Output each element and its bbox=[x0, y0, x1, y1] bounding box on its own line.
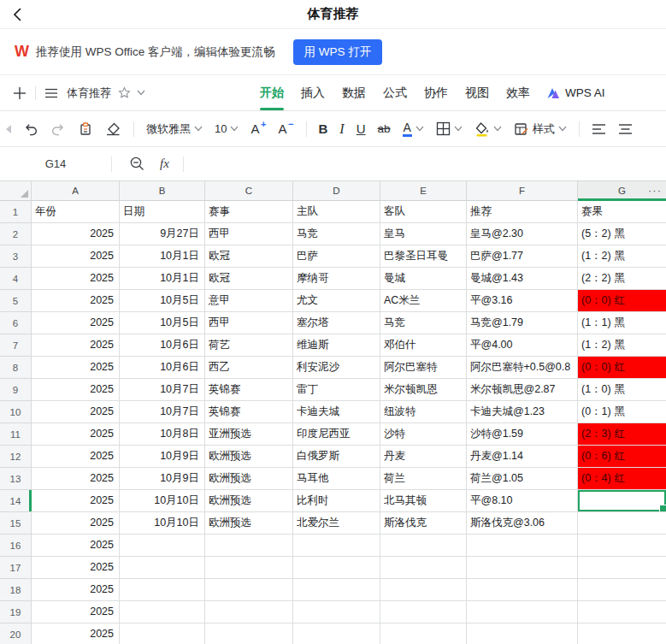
cell-home-team[interactable] bbox=[293, 535, 380, 557]
cell-year[interactable]: 年份 bbox=[32, 201, 120, 223]
column-header[interactable]: E bbox=[380, 181, 467, 200]
cell-event[interactable]: 西乙 bbox=[205, 357, 293, 379]
cell-away-team[interactable]: 马竞 bbox=[380, 312, 467, 334]
cell-result[interactable] bbox=[578, 490, 666, 512]
cell-year[interactable]: 2025 bbox=[32, 446, 120, 468]
row-header[interactable]: 2 bbox=[0, 223, 32, 245]
cell-date[interactable] bbox=[120, 535, 205, 557]
cell-event[interactable]: 欧冠 bbox=[205, 268, 293, 290]
cell-away-team[interactable]: 米尔顿凯恩 bbox=[380, 379, 467, 401]
cell-away-team[interactable]: 邓伯什 bbox=[380, 334, 467, 357]
cell-year[interactable]: 2025 bbox=[32, 245, 120, 268]
cell-event[interactable] bbox=[205, 579, 293, 601]
row-header[interactable]: 19 bbox=[0, 601, 32, 623]
cell-result[interactable] bbox=[578, 579, 666, 601]
cell-date[interactable]: 10月10日 bbox=[120, 490, 205, 512]
cell-year[interactable]: 2025 bbox=[32, 490, 120, 512]
decrease-font-button[interactable]: A− bbox=[278, 121, 293, 136]
cell-event[interactable] bbox=[205, 535, 293, 557]
cell-away-team[interactable] bbox=[380, 579, 467, 601]
cell-year[interactable]: 2025 bbox=[32, 379, 120, 401]
cell-away-team[interactable]: AC米兰 bbox=[380, 290, 467, 312]
cell-event[interactable]: 英锦赛 bbox=[205, 379, 293, 401]
row-header[interactable]: 3 bbox=[0, 245, 32, 268]
cell-date[interactable]: 10月8日 bbox=[120, 423, 205, 446]
tab-2[interactable]: 插入 bbox=[300, 75, 326, 110]
cell-home-team[interactable]: 摩纳哥 bbox=[293, 268, 380, 290]
row-header[interactable]: 5 bbox=[0, 290, 32, 312]
cell-result[interactable]: (2：3) 红 bbox=[578, 423, 666, 446]
cell-year[interactable]: 2025 bbox=[32, 468, 120, 490]
column-header[interactable]: A bbox=[32, 181, 120, 200]
cell-result[interactable] bbox=[578, 623, 666, 644]
cell-result[interactable]: (0：4) 红 bbox=[578, 468, 666, 490]
cell-tip[interactable]: 推荐 bbox=[467, 201, 578, 223]
align-left-button[interactable] bbox=[592, 122, 606, 136]
row-header[interactable]: 16 bbox=[0, 535, 32, 557]
cell-tip[interactable]: 曼城@1.43 bbox=[467, 268, 578, 290]
cell-result[interactable]: 赛果 bbox=[578, 201, 666, 223]
cell-away-team[interactable]: 巴黎圣日耳曼 bbox=[380, 245, 467, 268]
cell-result[interactable]: (0：1) 黑 bbox=[578, 401, 666, 423]
cell-tip[interactable] bbox=[467, 579, 578, 601]
cell-result[interactable]: (0：6) 红 bbox=[578, 446, 666, 468]
cell-year[interactable]: 2025 bbox=[32, 535, 120, 557]
cell-result[interactable]: (1：0) 黑 bbox=[578, 379, 666, 401]
cell-year[interactable]: 2025 bbox=[32, 223, 120, 245]
cell-tip[interactable]: 沙特@1.59 bbox=[467, 423, 578, 446]
cell-event[interactable]: 意甲 bbox=[205, 290, 293, 312]
cell-result[interactable]: (1：1) 黑 bbox=[578, 312, 666, 334]
cell-year[interactable]: 2025 bbox=[32, 557, 120, 579]
row-header[interactable]: 20 bbox=[0, 623, 32, 644]
open-in-wps-button[interactable]: 用 WPS 打开 bbox=[293, 39, 383, 65]
row-header[interactable]: 6 bbox=[0, 312, 32, 334]
cell-date[interactable]: 日期 bbox=[120, 201, 205, 223]
chevron-down-icon[interactable] bbox=[137, 90, 145, 96]
row-header[interactable]: 14 bbox=[0, 490, 32, 512]
cell-tip[interactable] bbox=[467, 557, 578, 579]
cell-home-team[interactable]: 印度尼西亚 bbox=[293, 423, 380, 446]
cell-home-team[interactable]: 马耳他 bbox=[293, 468, 380, 490]
cell-date[interactable]: 10月1日 bbox=[120, 268, 205, 290]
cell-event[interactable]: 赛事 bbox=[205, 201, 293, 223]
column-more-button[interactable]: ··· bbox=[648, 181, 662, 201]
cell-tip[interactable]: 斯洛伐克@3.06 bbox=[467, 512, 578, 535]
cell-home-team[interactable]: 雷丁 bbox=[293, 379, 380, 401]
cell-away-team[interactable]: 皇马 bbox=[380, 223, 467, 245]
row-header[interactable]: 4 bbox=[0, 268, 32, 290]
cell-date[interactable]: 10月5日 bbox=[120, 290, 205, 312]
cell-home-team[interactable]: 巴萨 bbox=[293, 245, 380, 268]
cell-result[interactable] bbox=[578, 512, 666, 535]
redo-button[interactable] bbox=[50, 121, 66, 137]
font-size-select[interactable]: 10 bbox=[215, 122, 239, 135]
row-header[interactable]: 12 bbox=[0, 446, 32, 468]
cell-away-team[interactable]: 阿尔巴塞特 bbox=[380, 357, 467, 379]
cell-event[interactable]: 欧洲预选 bbox=[205, 446, 293, 468]
cell-event[interactable]: 荷艺 bbox=[205, 334, 293, 357]
cell-tip[interactable]: 巴萨@1.77 bbox=[467, 245, 578, 268]
row-header[interactable]: 8 bbox=[0, 357, 32, 379]
cell-event[interactable]: 亚洲预选 bbox=[205, 423, 293, 446]
font-color-button[interactable]: A bbox=[403, 121, 424, 137]
column-header[interactable]: D bbox=[293, 181, 380, 200]
cell-year[interactable]: 2025 bbox=[32, 268, 120, 290]
cell-home-team[interactable]: 塞尔塔 bbox=[293, 312, 380, 334]
cell-event[interactable]: 欧洲预选 bbox=[205, 490, 293, 512]
cell-tip[interactable]: 平@3.16 bbox=[467, 290, 578, 312]
cell-away-team[interactable] bbox=[380, 535, 467, 557]
row-header[interactable]: 11 bbox=[0, 423, 32, 446]
cell-home-team[interactable]: 比利时 bbox=[293, 490, 380, 512]
cell-tip[interactable]: 皇马@2.30 bbox=[467, 223, 578, 245]
row-header[interactable]: 13 bbox=[0, 468, 32, 490]
cell-date[interactable]: 10月9日 bbox=[120, 468, 205, 490]
cell-date[interactable]: 10月9日 bbox=[120, 446, 205, 468]
cell-home-team[interactable]: 北爱尔兰 bbox=[293, 512, 380, 535]
cell-year[interactable]: 2025 bbox=[32, 357, 120, 379]
cell-home-team[interactable] bbox=[293, 623, 380, 644]
cell-away-team[interactable]: 斯洛伐克 bbox=[380, 512, 467, 535]
cell-style-button[interactable]: 样式 bbox=[514, 121, 567, 137]
cell-tip[interactable]: 丹麦@1.14 bbox=[467, 446, 578, 468]
cell-home-team[interactable]: 尤文 bbox=[293, 290, 380, 312]
tab-3[interactable]: 数据 bbox=[341, 75, 367, 110]
row-header[interactable]: 15 bbox=[0, 512, 32, 535]
